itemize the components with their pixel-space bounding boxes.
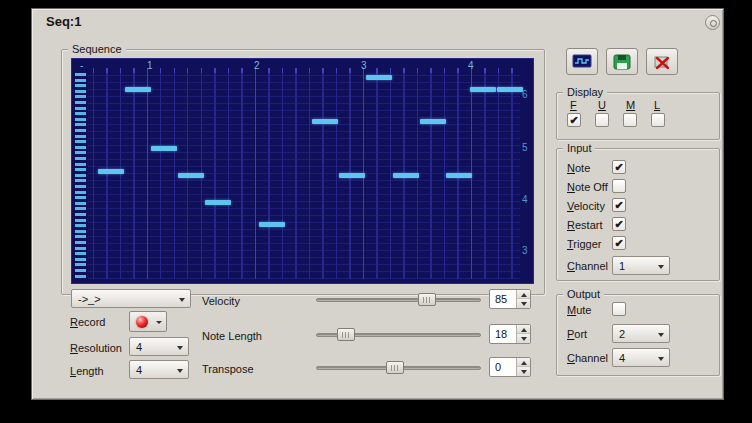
output-group-label: Output: [563, 287, 604, 301]
output-group: Output Mute Port 2 Channel 4: [556, 294, 720, 376]
note-length-slider[interactable]: [316, 327, 481, 343]
note-bar[interactable]: [446, 173, 472, 178]
note-checkbox[interactable]: ✔: [612, 160, 626, 174]
loop-mode-value: ->_>: [78, 292, 101, 306]
chevron-down-icon: [658, 333, 664, 337]
spin-buttons: [516, 358, 530, 376]
transpose-slider[interactable]: [316, 360, 481, 376]
resolution-select[interactable]: 4: [129, 337, 189, 356]
spin-down-button[interactable]: [517, 298, 530, 308]
spin-buttons: [516, 325, 530, 343]
velocity-value: 85: [495, 293, 507, 306]
delete-x-icon: [653, 54, 671, 70]
chevron-down-icon: [658, 357, 664, 361]
note-bar[interactable]: [151, 146, 177, 151]
note-off-label: Note Off: [567, 180, 608, 194]
check-icon: ✔: [613, 161, 625, 173]
note-bar[interactable]: [178, 173, 204, 178]
transpose-value: 0: [495, 361, 501, 374]
length-select[interactable]: 4: [129, 360, 189, 379]
note-bar[interactable]: [420, 119, 446, 124]
display-group-label: Display: [563, 85, 607, 99]
spin-down-button[interactable]: [517, 366, 530, 376]
trigger-checkbox[interactable]: ✔: [612, 236, 626, 250]
note-off-checkbox[interactable]: [612, 179, 626, 193]
length-value: 4: [136, 363, 142, 377]
sequence-grid[interactable]: - 1 2 3 4 6 5 4 3: [71, 58, 534, 284]
input-channel-select[interactable]: 1: [612, 256, 670, 275]
note-length-spinbox[interactable]: 18: [489, 324, 531, 344]
velocity-slider[interactable]: [316, 292, 481, 308]
display-l-checkbox[interactable]: [651, 113, 665, 127]
note-layer: [72, 59, 533, 283]
display-f-label: F: [570, 98, 577, 112]
save-button[interactable]: [606, 48, 638, 75]
display-u-label: U: [598, 98, 606, 112]
arrow-up-icon: [521, 361, 527, 365]
output-channel-label: Channel: [567, 351, 608, 365]
display-u-checkbox[interactable]: [595, 113, 609, 127]
loop-mode-select[interactable]: ->_>: [71, 289, 191, 308]
note-bar[interactable]: [205, 200, 231, 205]
note-label: Note: [567, 161, 590, 175]
display-m-checkbox[interactable]: [623, 113, 637, 127]
transpose-slider-handle[interactable]: [386, 361, 404, 374]
window-float-button[interactable]: [705, 15, 720, 30]
input-velocity-label: Velocity: [567, 199, 605, 213]
save-disk-icon: [613, 54, 631, 70]
show-sequence-button[interactable]: [566, 48, 598, 75]
record-label: Record: [70, 315, 105, 329]
check-icon: ✔: [568, 114, 580, 126]
trigger-label: Trigger: [567, 237, 601, 251]
note-length-slider-handle[interactable]: [337, 328, 355, 341]
check-icon: ✔: [613, 237, 625, 249]
spin-down-button[interactable]: [517, 333, 530, 343]
note-bar[interactable]: [366, 75, 392, 80]
check-icon: ✔: [613, 199, 625, 211]
velocity-label: Velocity: [202, 294, 240, 308]
velocity-slider-handle[interactable]: [418, 293, 436, 306]
mute-checkbox[interactable]: [612, 302, 626, 316]
display-group: Display F U M L ✔: [556, 92, 720, 140]
transpose-spinbox[interactable]: 0: [489, 357, 531, 377]
port-label: Port: [567, 327, 587, 341]
resolution-value: 4: [136, 340, 142, 354]
note-bar[interactable]: [393, 173, 419, 178]
input-channel-label: Channel: [567, 259, 608, 273]
float-window-icon: [710, 20, 717, 27]
input-channel-value: 1: [619, 259, 625, 273]
arrow-down-icon: [521, 302, 527, 306]
chevron-down-icon: [156, 321, 162, 324]
arrow-down-icon: [521, 370, 527, 374]
spin-buttons: [516, 290, 530, 308]
record-icon: [136, 316, 148, 328]
port-select[interactable]: 2: [612, 324, 670, 343]
note-bar[interactable]: [470, 87, 496, 92]
restart-checkbox[interactable]: ✔: [612, 217, 626, 231]
delete-button[interactable]: [646, 48, 678, 75]
display-l-label: L: [654, 98, 660, 112]
output-channel-value: 4: [619, 351, 625, 365]
chevron-down-icon: [177, 369, 183, 373]
display-f-checkbox[interactable]: ✔: [567, 113, 581, 127]
restart-label: Restart: [567, 218, 602, 232]
chevron-down-icon: [658, 265, 664, 269]
note-bar[interactable]: [259, 222, 285, 227]
record-button[interactable]: [129, 311, 167, 332]
check-icon: ✔: [613, 218, 625, 230]
note-bar[interactable]: [125, 87, 151, 92]
arrow-up-icon: [521, 293, 527, 297]
note-bar[interactable]: [312, 119, 338, 124]
note-bar[interactable]: [98, 169, 124, 174]
screen: Seq:1 Sequence - 1 2 3 4 6 5 4 3: [0, 0, 752, 423]
chevron-down-icon: [179, 298, 185, 302]
note-bar[interactable]: [339, 173, 365, 178]
note-length-value: 18: [495, 328, 507, 341]
sequence-group: Sequence - 1 2 3 4 6 5 4 3: [61, 49, 545, 295]
input-velocity-checkbox[interactable]: ✔: [612, 198, 626, 212]
sequence-screen-icon: [572, 54, 592, 70]
note-bar[interactable]: [497, 87, 523, 92]
window-title: Seq:1: [46, 14, 81, 29]
output-channel-select[interactable]: 4: [612, 348, 670, 367]
velocity-spinbox[interactable]: 85: [489, 289, 531, 309]
